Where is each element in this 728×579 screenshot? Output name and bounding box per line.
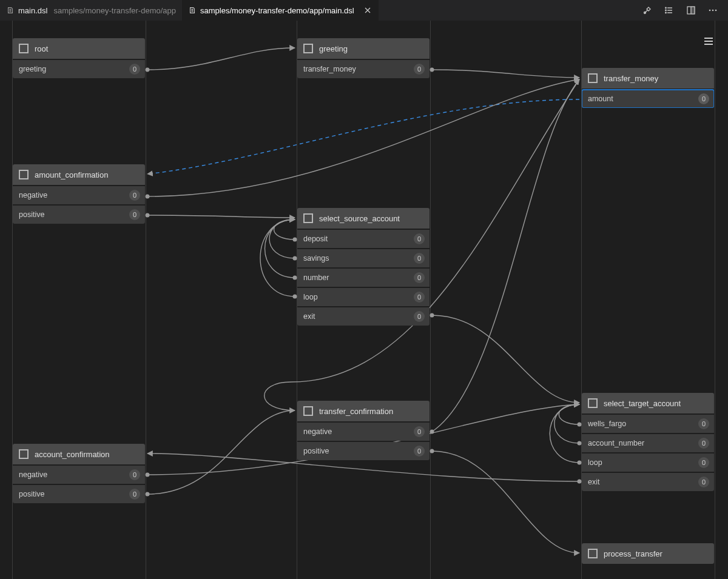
svg-point-23 bbox=[146, 492, 149, 496]
node-header[interactable]: greeting bbox=[297, 38, 430, 59]
node-title: transfer_confirmation bbox=[319, 407, 393, 416]
node-transfer-money[interactable]: transfer_money amount 0 bbox=[582, 68, 714, 108]
node-transfer-confirmation[interactable]: transfer_confirmation negative 0 positiv… bbox=[297, 401, 430, 460]
svg-point-7 bbox=[712, 10, 714, 12]
node-header[interactable]: account_confirmation bbox=[13, 444, 145, 464]
node-header[interactable]: amount_confirmation bbox=[13, 164, 145, 185]
node-row[interactable]: amount 0 bbox=[582, 90, 714, 108]
node-row[interactable]: exit 0 bbox=[297, 307, 430, 326]
svg-point-12 bbox=[146, 213, 149, 217]
node-checkbox-icon[interactable] bbox=[303, 406, 313, 416]
node-checkbox-icon[interactable] bbox=[588, 549, 598, 558]
node-row[interactable]: positive 0 bbox=[13, 485, 145, 503]
node-checkbox-icon[interactable] bbox=[19, 44, 29, 53]
node-row[interactable]: exit 0 bbox=[582, 473, 714, 491]
node-row-label: wells_fargo bbox=[588, 420, 626, 428]
node-row-badge: 0 bbox=[129, 209, 140, 220]
node-row-badge: 0 bbox=[414, 311, 425, 322]
node-row[interactable]: wells_fargo 0 bbox=[582, 415, 714, 433]
more-icon[interactable] bbox=[706, 4, 720, 17]
node-row[interactable]: positive 0 bbox=[297, 442, 430, 460]
node-greeting[interactable]: greeting transfer_money 0 bbox=[297, 38, 430, 78]
node-header[interactable]: root bbox=[13, 38, 145, 59]
node-row[interactable]: account_number 0 bbox=[582, 434, 714, 452]
node-row[interactable]: loop 0 bbox=[582, 453, 714, 472]
node-select-source-account[interactable]: select_source_account deposit 0 savings … bbox=[297, 208, 430, 326]
node-row[interactable]: greeting 0 bbox=[13, 60, 145, 78]
column-guide bbox=[715, 21, 715, 579]
split-editor-icon[interactable] bbox=[684, 4, 698, 17]
node-amount-confirmation[interactable]: amount_confirmation negative 0 positive … bbox=[13, 164, 145, 224]
node-root[interactable]: root greeting 0 bbox=[13, 38, 145, 78]
node-row[interactable]: transfer_money 0 bbox=[297, 60, 430, 78]
node-row-badge: 0 bbox=[414, 253, 425, 264]
list-icon[interactable] bbox=[662, 4, 676, 17]
node-process-transfer[interactable]: process_transfer bbox=[582, 543, 714, 564]
column-guide bbox=[146, 21, 146, 579]
node-checkbox-icon[interactable] bbox=[303, 213, 313, 223]
svg-point-20 bbox=[578, 461, 581, 464]
node-checkbox-icon[interactable] bbox=[588, 73, 598, 83]
node-row-badge: 0 bbox=[698, 418, 709, 429]
node-account-confirmation[interactable]: account_confirmation negative 0 positive… bbox=[13, 444, 145, 503]
svg-point-24 bbox=[430, 430, 434, 433]
svg-point-1 bbox=[666, 7, 667, 8]
node-row[interactable]: positive 0 bbox=[13, 206, 145, 224]
tools-icon[interactable] bbox=[641, 4, 654, 17]
node-row[interactable]: savings 0 bbox=[297, 249, 430, 267]
node-title: select_target_account bbox=[604, 399, 681, 408]
node-header[interactable]: transfer_money bbox=[582, 68, 714, 89]
node-row-label: exit bbox=[303, 312, 315, 321]
svg-point-3 bbox=[666, 12, 667, 13]
tab-path: samples/money-transfer-demo/app bbox=[53, 6, 176, 15]
node-row-label: exit bbox=[588, 478, 599, 486]
svg-point-16 bbox=[293, 295, 297, 298]
node-row-badge: 0 bbox=[414, 426, 425, 437]
svg-point-15 bbox=[293, 276, 297, 279]
node-row-label: greeting bbox=[19, 65, 46, 73]
node-header[interactable]: transfer_confirmation bbox=[297, 401, 430, 421]
node-title: select_source_account bbox=[319, 214, 400, 223]
svg-point-6 bbox=[709, 10, 711, 12]
node-row[interactable]: deposit 0 bbox=[297, 230, 430, 248]
node-row-badge: 0 bbox=[129, 64, 140, 75]
node-row-badge: 0 bbox=[414, 446, 425, 457]
node-title: amount_confirmation bbox=[35, 170, 108, 179]
node-row-badge: 0 bbox=[414, 292, 425, 303]
svg-point-8 bbox=[715, 10, 717, 12]
svg-point-17 bbox=[430, 313, 434, 317]
node-row-label: positive bbox=[19, 490, 44, 498]
node-row-badge: 0 bbox=[698, 93, 709, 104]
node-row[interactable]: loop 0 bbox=[297, 288, 430, 306]
svg-point-21 bbox=[578, 480, 581, 483]
node-title: transfer_money bbox=[604, 74, 658, 83]
node-header[interactable]: select_target_account bbox=[582, 393, 714, 413]
node-header[interactable]: process_transfer bbox=[582, 543, 714, 564]
graph-menu-button[interactable] bbox=[701, 34, 716, 49]
node-select-target-account[interactable]: select_target_account wells_fargo 0 acco… bbox=[582, 393, 714, 491]
svg-point-9 bbox=[146, 68, 149, 72]
node-row-label: account_number bbox=[588, 439, 644, 447]
file-icon bbox=[188, 6, 197, 15]
node-title: greeting bbox=[319, 44, 348, 53]
tab-main-dsl-inactive[interactable]: main.dsl samples/money-transfer-demo/app bbox=[0, 0, 182, 21]
node-checkbox-icon[interactable] bbox=[588, 398, 598, 408]
graph-canvas[interactable]: root greeting 0 greeting transfer_money … bbox=[0, 21, 728, 579]
node-row[interactable]: negative 0 bbox=[13, 186, 145, 204]
svg-point-14 bbox=[293, 256, 297, 260]
node-row-label: positive bbox=[303, 447, 329, 455]
node-row-label: amount bbox=[588, 95, 613, 103]
node-row-badge: 0 bbox=[414, 233, 425, 244]
node-row[interactable]: negative 0 bbox=[13, 466, 145, 484]
tab-main-dsl-active[interactable]: samples/money-transfer-demo/app/main.dsl bbox=[182, 0, 379, 21]
node-header[interactable]: select_source_account bbox=[297, 208, 430, 229]
node-checkbox-icon[interactable] bbox=[303, 44, 313, 53]
node-checkbox-icon[interactable] bbox=[19, 170, 29, 179]
node-checkbox-icon[interactable] bbox=[19, 449, 29, 459]
svg-point-2 bbox=[666, 10, 667, 11]
node-row[interactable]: negative 0 bbox=[297, 423, 430, 441]
svg-point-19 bbox=[578, 441, 581, 445]
node-row-badge: 0 bbox=[414, 272, 425, 283]
node-row[interactable]: number 0 bbox=[297, 269, 430, 287]
close-tab-button[interactable] bbox=[363, 5, 372, 15]
